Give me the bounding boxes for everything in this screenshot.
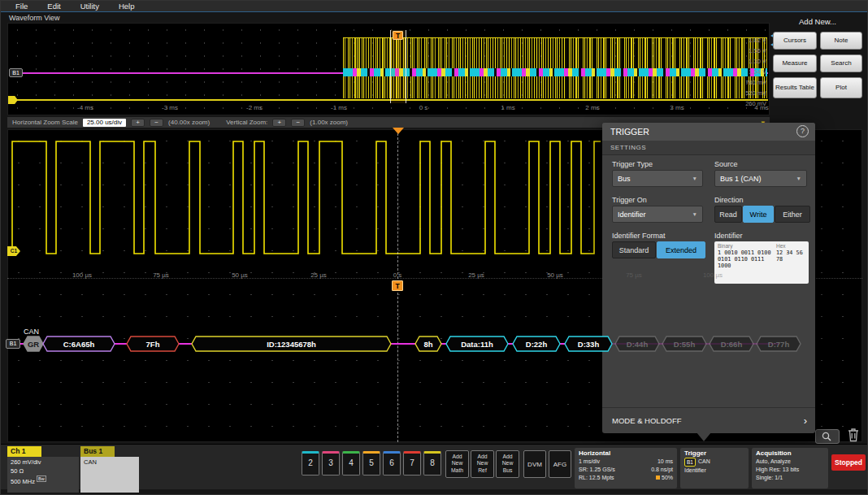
channel-button-5[interactable]: 5 [362, 451, 380, 475]
source-dropdown[interactable]: Bus 1 (CAN) ▼ [714, 170, 807, 187]
time-label: 25 µs [310, 271, 327, 279]
add-cursors-button[interactable]: Cursors [773, 32, 817, 50]
btn-line: Math [446, 467, 468, 474]
acq-single: Single: 1/1 [756, 474, 783, 482]
bus1-type: CAN [84, 458, 136, 467]
svg-text:7Fh: 7Fh [146, 340, 160, 349]
menu-edit[interactable]: Edit [47, 1, 60, 11]
add-note-button[interactable]: Note [820, 32, 862, 50]
menu-help[interactable]: Help [119, 1, 135, 11]
add-new-ref-button[interactable]: Add New Ref [471, 450, 494, 478]
acquisition-settings-block[interactable]: Acquisition Auto, Analyze High Res: 13 b… [752, 448, 828, 488]
v-zoom-label: Vertical Zoom: [226, 119, 267, 126]
identifier-label: Identifier [714, 232, 743, 240]
channel-button-4[interactable]: 4 [342, 451, 360, 475]
add-results-table-button[interactable]: Results Table [773, 77, 817, 98]
main-trigger-flag[interactable]: T [392, 280, 403, 291]
identifier-format-label: Identifier Format [612, 232, 666, 240]
hex-value-line: 78 [776, 257, 783, 263]
trigger-source-badge: B1 [684, 458, 696, 467]
h-zoom-plus-button[interactable]: + [131, 119, 145, 127]
btn-line: Bus [497, 467, 519, 474]
zoom-tool-button[interactable] [815, 429, 840, 444]
v-zoom-readout: (1.00x zoom) [310, 119, 348, 126]
binary-value-line: 1000 [718, 263, 731, 270]
horizontal-settings-block[interactable]: Horizontal 1 ms/div 10 ms SR: 1.25 GS/s … [575, 448, 677, 488]
channel-button-7[interactable]: 7 [403, 451, 421, 475]
format-extended-button[interactable]: Extended [657, 241, 705, 258]
bus-decode-waveform: GRC:6A65h7FhID:12345678h8hData:11hD:22hD… [1, 332, 868, 360]
add-plot-button[interactable]: Plot [820, 77, 862, 98]
direction-read-button[interactable]: Read [714, 206, 742, 223]
channel-button-3[interactable]: 3 [322, 451, 340, 475]
channel-button-6[interactable]: 6 [383, 451, 401, 475]
bus1-badge[interactable]: B1 [6, 339, 20, 349]
format-standard-button[interactable]: Standard [612, 241, 656, 258]
identifier-format-button-group: Standard Extended [612, 241, 705, 258]
direction-either-button[interactable]: Either [775, 206, 810, 223]
ch1-info-block[interactable]: 260 mV/div 50 Ω 500 MHz Bw [7, 457, 79, 493]
mode-holdoff-row[interactable]: MODE & HOLDOFF › [602, 407, 815, 433]
trigger-mode: Identifier [684, 467, 706, 475]
afg-button[interactable]: AFG [549, 450, 571, 478]
svg-text:D:77h: D:77h [768, 340, 790, 349]
svg-text:D:33h: D:33h [578, 340, 600, 349]
trigger-settings-block[interactable]: Trigger B1 CAN Identifier [680, 448, 749, 488]
zoom-window-marker[interactable] [390, 30, 406, 103]
trigger-type-dropdown[interactable]: Bus ▼ [612, 170, 703, 187]
overview-volt-label: 260 mV [745, 100, 766, 107]
overview-volt-label: 1.04 V [749, 68, 766, 76]
svg-text:Data:11h: Data:11h [461, 340, 493, 349]
time-label: 100 µs [703, 271, 723, 279]
menu-utility[interactable]: Utility [80, 1, 99, 11]
add-measure-button[interactable]: Measure [773, 54, 817, 72]
ch1-tab[interactable]: Ch 1 [7, 446, 41, 457]
main-time-axis-labels: 100 µs 75 µs 50 µs 25 µs 0 s 25 µs 50 µs… [1, 271, 868, 280]
overview-graticule[interactable]: T B1 -4 ms -3 ms -2 ms -1 ms 0 s 1 ms 2 … [7, 23, 770, 115]
mode-holdoff-label: MODE & HOLDOFF [612, 416, 682, 425]
bus1-info-block[interactable]: CAN [80, 457, 139, 493]
h-zoom-minus-button[interactable]: − [150, 119, 163, 127]
acq-resolution: High Res: 13 bits [756, 466, 799, 474]
add-search-button[interactable]: Search [820, 54, 862, 72]
btn-line: New [497, 460, 519, 467]
channel-button-2[interactable]: 2 [302, 451, 319, 475]
acquisition-title: Acquisition [756, 449, 824, 457]
dropdown-arrow-icon: ▼ [692, 211, 697, 217]
svg-text:D:44h: D:44h [627, 340, 649, 349]
dvm-button[interactable]: DVM [523, 450, 546, 478]
svg-text:ID:12345678h: ID:12345678h [267, 340, 316, 349]
v-zoom-minus-button[interactable]: − [291, 119, 305, 127]
run-stop-status-button[interactable]: Stopped [831, 454, 866, 471]
overview-time-label: -4 ms [77, 104, 93, 111]
overview-volt-label: 1.82 V [749, 37, 766, 44]
svg-text:D:22h: D:22h [526, 340, 548, 349]
overview-trigger-flag[interactable]: T [393, 31, 403, 40]
time-label: 75 µs [153, 271, 169, 279]
v-zoom-plus-button[interactable]: + [272, 119, 286, 127]
h-zoom-scale-value[interactable]: 25.00 us/div [83, 119, 126, 127]
h-zoom-readout: (40.00x zoom) [168, 119, 210, 126]
svg-text:8h: 8h [423, 340, 432, 349]
add-new-bus-button[interactable]: Add New Bus [496, 450, 519, 478]
add-new-math-button[interactable]: Add New Math [445, 450, 469, 478]
channel-number: 4 [349, 458, 354, 467]
channel-number: 5 [369, 458, 374, 467]
overview-bus-decode-strip [343, 68, 767, 76]
zoomed-waveform [7, 131, 602, 279]
channel1-position-marker-icon [8, 96, 18, 104]
zoom-position-marker-icon[interactable] [393, 128, 404, 134]
h-window: 10 ms [658, 458, 673, 466]
trigger-on-dropdown[interactable]: Identifier ▼ [612, 206, 703, 223]
bus1-tab[interactable]: Bus 1 [80, 446, 115, 457]
overview-bus1-badge: B1 [9, 68, 23, 77]
direction-write-button[interactable]: Write [743, 206, 774, 223]
h-scale: 1 ms/div [579, 458, 600, 466]
help-icon[interactable]: ? [796, 125, 809, 137]
source-value: Bus 1 (CAN) [720, 175, 762, 183]
btn-line: Add [446, 454, 468, 460]
trigger-panel-tail [697, 432, 711, 441]
channel-button-8[interactable]: 8 [423, 451, 441, 475]
menu-file[interactable]: File [15, 1, 28, 11]
overview-volt-label: 1.30 V [749, 58, 766, 65]
